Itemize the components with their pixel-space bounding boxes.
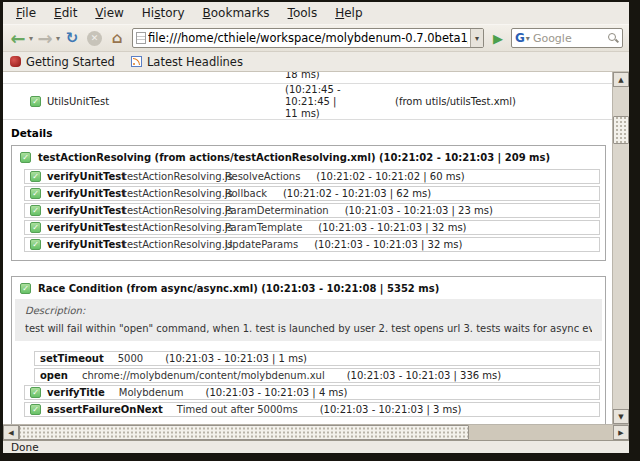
url-bar: ▾: [132, 28, 484, 48]
scroll-right-icon: ▶: [618, 429, 623, 437]
home-icon: ⌂: [107, 29, 127, 47]
test-step-row: ✓ verifyUnitTest testActionResolving.js …: [24, 186, 600, 201]
step-name: verifyUnitTest: [47, 171, 123, 182]
scroll-right-button[interactable]: ▶: [613, 425, 629, 440]
rss-feed-icon: [131, 56, 142, 67]
step-value: 5000: [118, 353, 143, 364]
bookmark-label: Latest Headlines: [147, 55, 243, 69]
pass-icon: ✓: [30, 96, 41, 107]
description-block: Description: test will fail within "open…: [15, 299, 602, 341]
test-time: 11 ms): [285, 108, 381, 120]
step-time: (10:21:03 - 10:21:03 | 3 ms): [320, 404, 462, 415]
browser-window: File Edit View History Bookmarks Tools H…: [0, 0, 640, 461]
step-name: verifyUnitTest: [47, 239, 123, 250]
back-icon: ←: [8, 28, 28, 49]
section-header: ✓ testActionResolving (from actions/test…: [12, 146, 605, 168]
back-dropdown-caret-icon[interactable]: ▾: [29, 34, 33, 43]
menu-view[interactable]: View: [86, 3, 132, 23]
test-time: (10:21:45 - 10:21:45 |: [285, 84, 381, 108]
pass-icon: ✓: [30, 188, 41, 199]
menu-bookmarks[interactable]: Bookmarks: [194, 3, 279, 23]
google-engine-icon[interactable]: G: [515, 31, 525, 45]
horizontal-scroll-thumb[interactable]: [19, 425, 469, 440]
test-step-row: ✓ verifyTitle Molybdenum (10:21:03 - 10:…: [24, 385, 600, 400]
pass-icon: ✓: [20, 152, 31, 163]
search-input[interactable]: [530, 32, 607, 45]
test-time: 18 ms): [285, 72, 381, 81]
step-name: verifyUnitTest: [47, 188, 123, 199]
step-value: Timed out after 5000ms: [177, 404, 298, 415]
vertical-scroll-track[interactable]: [613, 87, 629, 409]
scroll-left-icon: ◀: [8, 429, 13, 437]
reload-button[interactable]: ↻: [61, 26, 83, 50]
step-action: ParamTemplate: [225, 222, 302, 233]
step-time: (10:21:03 - 10:21:03 | 32 ms): [314, 239, 462, 250]
stop-icon: ✕: [87, 31, 102, 46]
bookmark-icon: [10, 56, 21, 67]
scroll-down-button[interactable]: ▼: [613, 409, 629, 424]
step-name: setTimeout: [40, 353, 104, 364]
table-row: ✓ testUnitTestFramework 18 ms) (from uni…: [3, 72, 612, 84]
bookmark-label: Getting Started: [26, 55, 115, 69]
navigation-toolbar: ← ▾ → ▾ ↻ ✕ ⌂ ▾ ▶ G ▾: [3, 24, 629, 52]
test-step-row: ✓ verifyUnitTest testActionResolving.js …: [24, 237, 600, 252]
test-source: (from utils/utilsTest.xml): [395, 96, 516, 107]
details-heading: Details: [11, 127, 612, 139]
step-time: (10:21:03 - 10:21:03 | 4 ms): [206, 387, 348, 398]
section-header: ✓ Race Condition (from async/async.xml) …: [12, 277, 605, 299]
step-name: verifyUnitTest: [47, 205, 123, 216]
step-time: (10:21:03 - 10:21:03 | 336 ms): [347, 370, 502, 381]
bookmarks-toolbar: Getting Started Latest Headlines: [3, 52, 629, 72]
vertical-scroll-thumb[interactable]: [613, 116, 629, 144]
url-input[interactable]: [146, 31, 470, 45]
status-text: Done: [11, 441, 39, 453]
go-button[interactable]: ▶: [488, 28, 508, 48]
status-bar: Done: [3, 440, 629, 453]
step-file: testActionResolving.js: [123, 205, 225, 216]
step-file: testActionResolving.js: [123, 188, 225, 199]
step-time: (10:21:03 - 10:21:03 | 1 ms): [165, 353, 307, 364]
step-time: (10:21:03 - 10:21:03 | 23 ms): [345, 205, 493, 216]
test-step-row: ✓ verifyUnitTest testActionResolving.js …: [24, 203, 600, 218]
pass-icon: ✓: [20, 283, 31, 294]
go-icon: ▶: [493, 31, 503, 46]
step-time: (10:21:02 - 10:21:03 | 62 ms): [283, 188, 431, 199]
scroll-left-button[interactable]: ◀: [3, 425, 19, 440]
vertical-scrollbar[interactable]: ▲ ▼: [612, 72, 629, 424]
forward-dropdown-caret-icon[interactable]: ▾: [56, 34, 60, 43]
url-dropdown-button[interactable]: ▾: [470, 29, 483, 47]
menu-edit[interactable]: Edit: [45, 3, 86, 23]
menu-tools[interactable]: Tools: [279, 3, 327, 23]
home-button[interactable]: ⌂: [106, 26, 128, 50]
horizontal-scroll-track[interactable]: [469, 425, 613, 440]
section-title: Race Condition (from async/async.xml) (1…: [38, 283, 439, 294]
menu-history[interactable]: History: [133, 3, 194, 23]
step-value: Molybdenum: [119, 387, 184, 398]
scroll-up-icon: ▲: [618, 76, 623, 84]
step-action: ParamDetermination: [225, 205, 329, 216]
step-file: testActionResolving.js: [123, 222, 225, 233]
bookmark-getting-started[interactable]: Getting Started: [10, 55, 115, 69]
pass-icon: ✓: [30, 404, 41, 415]
scroll-up-button[interactable]: ▲: [613, 72, 629, 87]
bookmark-latest-headlines[interactable]: Latest Headlines: [131, 55, 243, 69]
search-box: G ▾: [511, 28, 623, 48]
pass-icon: ✓: [30, 239, 41, 250]
step-file: testActionResolving.js: [123, 171, 225, 182]
reload-icon: ↻: [62, 29, 82, 47]
forward-button[interactable]: → ▾: [34, 26, 61, 50]
test-step-row: ✓ assertFailureOnNext Timed out after 50…: [24, 402, 600, 417]
horizontal-scrollbar[interactable]: ◀ ▶: [3, 424, 629, 440]
table-row: ✓ UtilsUnitTest (10:21:45 - 10:21:45 | 1…: [3, 84, 612, 120]
step-action: Rollback: [225, 188, 267, 199]
menu-bar: File Edit View History Bookmarks Tools H…: [3, 2, 629, 24]
menu-file[interactable]: File: [7, 3, 45, 23]
back-button[interactable]: ← ▾: [7, 26, 34, 50]
test-name: UtilsUnitTest: [47, 96, 109, 107]
search-magnifier-icon[interactable]: [607, 32, 619, 44]
menu-help[interactable]: Help: [326, 3, 371, 23]
description-text: test will fail within "open" command, wh…: [25, 323, 592, 334]
section-title: testActionResolving (from actions/testAc…: [38, 152, 550, 163]
stop-button[interactable]: ✕: [83, 26, 106, 50]
step-time: (10:21:02 - 10:21:02 | 60 ms): [316, 171, 464, 182]
